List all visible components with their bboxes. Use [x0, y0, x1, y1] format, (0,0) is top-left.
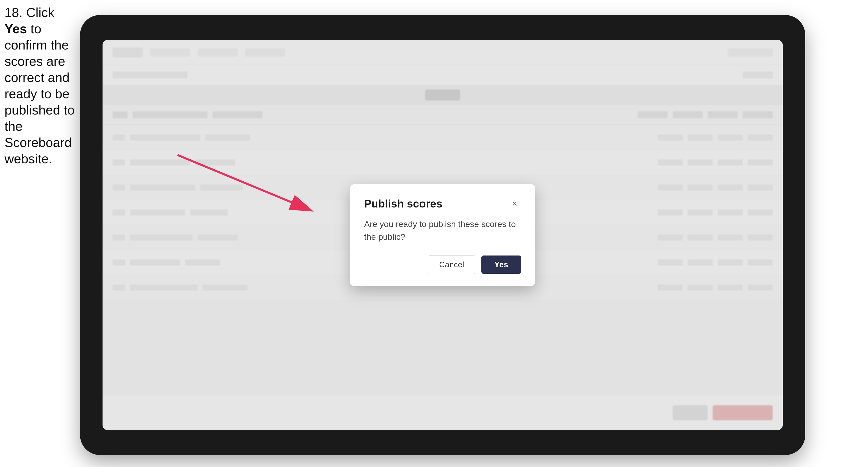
- modal-close-button[interactable]: ×: [508, 197, 521, 210]
- instruction-text: 18. Click Yes to confirm the scores are …: [4, 4, 77, 167]
- yes-button[interactable]: Yes: [482, 255, 521, 274]
- modal-overlay: Publish scores × Are you ready to publis…: [102, 40, 783, 430]
- tablet-device: Publish scores × Are you ready to publis…: [80, 15, 805, 455]
- modal-header: Publish scores ×: [364, 197, 521, 210]
- cancel-button[interactable]: Cancel: [428, 255, 475, 274]
- bold-yes: Yes: [4, 22, 27, 36]
- instruction-before-bold: Click: [26, 5, 55, 20]
- publish-scores-dialog: Publish scores × Are you ready to publis…: [350, 184, 535, 286]
- tablet-screen: Publish scores × Are you ready to publis…: [102, 40, 783, 430]
- modal-body-text: Are you ready to publish these scores to…: [364, 218, 521, 243]
- step-number: 18.: [4, 5, 23, 20]
- instruction-after-bold: to confirm the scores are correct and re…: [4, 22, 74, 166]
- modal-footer: Cancel Yes: [364, 255, 521, 274]
- modal-title: Publish scores: [364, 197, 442, 210]
